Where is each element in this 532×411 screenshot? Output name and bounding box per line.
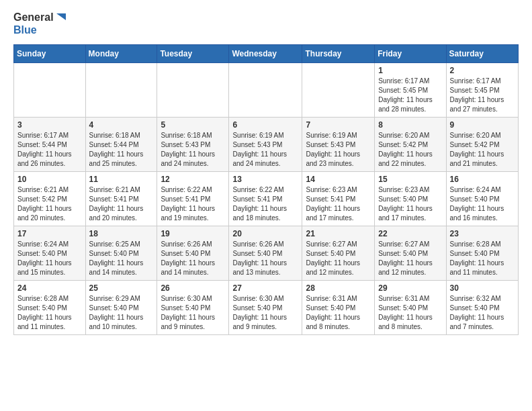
day-info: Sunrise: 6:19 AMSunset: 5:43 PMDaylight:… xyxy=(306,131,371,169)
day-number: 25 xyxy=(89,283,154,293)
day-number: 13 xyxy=(232,175,298,184)
day-cell: 2Sunrise: 6:17 AMSunset: 5:45 PMDaylight… xyxy=(446,62,518,117)
header: General Blue xyxy=(13,11,519,36)
day-info: Sunrise: 6:29 AMSunset: 5:40 PMDaylight:… xyxy=(89,294,154,332)
day-number: 14 xyxy=(306,175,371,184)
day-cell: 20Sunrise: 6:26 AMSunset: 5:40 PMDayligh… xyxy=(229,226,302,280)
day-cell: 28Sunrise: 6:31 AMSunset: 5:40 PMDayligh… xyxy=(302,280,375,334)
logo-text: General Blue xyxy=(13,11,67,36)
day-info: Sunrise: 6:30 AMSunset: 5:40 PMDaylight:… xyxy=(232,294,298,332)
logo-blue: Blue xyxy=(13,24,67,36)
day-number: 16 xyxy=(450,175,515,184)
day-info: Sunrise: 6:22 AMSunset: 5:41 PMDaylight:… xyxy=(161,185,225,223)
day-info: Sunrise: 6:31 AMSunset: 5:40 PMDaylight:… xyxy=(306,294,371,332)
day-info: Sunrise: 6:23 AMSunset: 5:41 PMDaylight:… xyxy=(306,185,371,223)
day-cell: 4Sunrise: 6:18 AMSunset: 5:44 PMDaylight… xyxy=(85,117,157,171)
day-number: 6 xyxy=(232,120,298,130)
weekday-tuesday: Tuesday xyxy=(157,44,229,62)
calendar: SundayMondayTuesdayWednesdayThursdayFrid… xyxy=(13,44,519,335)
logo: General Blue xyxy=(13,11,67,36)
week-row-3: 10Sunrise: 6:21 AMSunset: 5:42 PMDayligh… xyxy=(14,171,519,226)
day-number: 29 xyxy=(378,283,442,293)
day-number: 15 xyxy=(378,175,442,184)
day-cell: 30Sunrise: 6:32 AMSunset: 5:40 PMDayligh… xyxy=(446,280,518,334)
day-number: 26 xyxy=(161,283,225,293)
day-info: Sunrise: 6:21 AMSunset: 5:42 PMDaylight:… xyxy=(17,185,82,223)
day-info: Sunrise: 6:23 AMSunset: 5:40 PMDaylight:… xyxy=(378,185,442,223)
day-info: Sunrise: 6:22 AMSunset: 5:41 PMDaylight:… xyxy=(232,185,298,223)
day-info: Sunrise: 6:24 AMSunset: 5:40 PMDaylight:… xyxy=(450,185,515,223)
day-number: 28 xyxy=(306,283,371,293)
day-number: 30 xyxy=(450,283,515,293)
day-number: 23 xyxy=(450,229,515,238)
day-cell: 11Sunrise: 6:21 AMSunset: 5:41 PMDayligh… xyxy=(85,171,157,226)
day-info: Sunrise: 6:32 AMSunset: 5:40 PMDaylight:… xyxy=(450,294,515,332)
day-cell: 26Sunrise: 6:30 AMSunset: 5:40 PMDayligh… xyxy=(157,280,229,334)
day-number: 21 xyxy=(306,229,371,238)
day-number: 5 xyxy=(161,120,225,130)
day-number: 20 xyxy=(232,229,298,238)
day-cell: 29Sunrise: 6:31 AMSunset: 5:40 PMDayligh… xyxy=(375,280,446,334)
day-info: Sunrise: 6:26 AMSunset: 5:40 PMDaylight:… xyxy=(161,240,225,277)
day-cell xyxy=(85,62,157,117)
day-number: 19 xyxy=(161,229,225,238)
day-info: Sunrise: 6:18 AMSunset: 5:44 PMDaylight:… xyxy=(89,131,154,169)
day-info: Sunrise: 6:31 AMSunset: 5:40 PMDaylight:… xyxy=(378,294,442,332)
day-cell: 1Sunrise: 6:17 AMSunset: 5:45 PMDaylight… xyxy=(375,62,446,117)
day-number: 2 xyxy=(450,66,515,75)
day-cell: 9Sunrise: 6:20 AMSunset: 5:42 PMDaylight… xyxy=(446,117,518,171)
day-cell: 15Sunrise: 6:23 AMSunset: 5:40 PMDayligh… xyxy=(375,171,446,226)
day-cell: 3Sunrise: 6:17 AMSunset: 5:44 PMDaylight… xyxy=(14,117,86,171)
day-cell xyxy=(302,62,375,117)
weekday-thursday: Thursday xyxy=(302,44,375,62)
day-info: Sunrise: 6:24 AMSunset: 5:40 PMDaylight:… xyxy=(17,240,82,277)
day-info: Sunrise: 6:20 AMSunset: 5:42 PMDaylight:… xyxy=(450,131,515,169)
day-info: Sunrise: 6:28 AMSunset: 5:40 PMDaylight:… xyxy=(17,294,82,332)
weekday-header-row: SundayMondayTuesdayWednesdayThursdayFrid… xyxy=(14,44,519,62)
svg-marker-0 xyxy=(56,13,66,20)
day-info: Sunrise: 6:17 AMSunset: 5:45 PMDaylight:… xyxy=(450,77,515,114)
week-row-1: 1Sunrise: 6:17 AMSunset: 5:45 PMDaylight… xyxy=(14,62,519,117)
weekday-friday: Friday xyxy=(375,44,446,62)
day-cell: 6Sunrise: 6:19 AMSunset: 5:43 PMDaylight… xyxy=(229,117,302,171)
day-number: 12 xyxy=(161,175,225,184)
day-number: 22 xyxy=(378,229,442,238)
day-number: 3 xyxy=(17,120,82,130)
day-cell: 10Sunrise: 6:21 AMSunset: 5:42 PMDayligh… xyxy=(14,171,86,226)
logo-general: General xyxy=(13,11,54,24)
week-row-4: 17Sunrise: 6:24 AMSunset: 5:40 PMDayligh… xyxy=(14,226,519,280)
day-cell: 25Sunrise: 6:29 AMSunset: 5:40 PMDayligh… xyxy=(85,280,157,334)
day-number: 11 xyxy=(89,175,154,184)
day-cell: 24Sunrise: 6:28 AMSunset: 5:40 PMDayligh… xyxy=(14,280,86,334)
weekday-sunday: Sunday xyxy=(14,44,86,62)
day-info: Sunrise: 6:26 AMSunset: 5:40 PMDaylight:… xyxy=(232,240,298,277)
day-info: Sunrise: 6:30 AMSunset: 5:40 PMDaylight:… xyxy=(161,294,225,332)
day-cell: 27Sunrise: 6:30 AMSunset: 5:40 PMDayligh… xyxy=(229,280,302,334)
day-cell: 7Sunrise: 6:19 AMSunset: 5:43 PMDaylight… xyxy=(302,117,375,171)
day-cell xyxy=(14,62,86,117)
day-cell: 5Sunrise: 6:18 AMSunset: 5:43 PMDaylight… xyxy=(157,117,229,171)
weekday-wednesday: Wednesday xyxy=(229,44,302,62)
day-cell: 21Sunrise: 6:27 AMSunset: 5:40 PMDayligh… xyxy=(302,226,375,280)
day-cell: 22Sunrise: 6:27 AMSunset: 5:40 PMDayligh… xyxy=(375,226,446,280)
day-number: 8 xyxy=(378,120,442,130)
day-cell: 8Sunrise: 6:20 AMSunset: 5:42 PMDaylight… xyxy=(375,117,446,171)
day-cell: 16Sunrise: 6:24 AMSunset: 5:40 PMDayligh… xyxy=(446,171,518,226)
day-info: Sunrise: 6:27 AMSunset: 5:40 PMDaylight:… xyxy=(306,240,371,277)
day-number: 9 xyxy=(450,120,515,130)
day-cell xyxy=(229,62,302,117)
weekday-monday: Monday xyxy=(85,44,157,62)
day-info: Sunrise: 6:21 AMSunset: 5:41 PMDaylight:… xyxy=(89,185,154,223)
day-number: 10 xyxy=(17,175,82,184)
day-info: Sunrise: 6:19 AMSunset: 5:43 PMDaylight:… xyxy=(232,131,298,169)
weekday-saturday: Saturday xyxy=(446,44,518,62)
day-info: Sunrise: 6:25 AMSunset: 5:40 PMDaylight:… xyxy=(89,240,154,277)
day-number: 7 xyxy=(306,120,371,130)
page: General Blue SundayMondayTuesdayWednesda… xyxy=(0,0,532,346)
day-info: Sunrise: 6:17 AMSunset: 5:44 PMDaylight:… xyxy=(17,131,82,169)
day-cell: 14Sunrise: 6:23 AMSunset: 5:41 PMDayligh… xyxy=(302,171,375,226)
day-number: 17 xyxy=(17,229,82,238)
day-info: Sunrise: 6:20 AMSunset: 5:42 PMDaylight:… xyxy=(378,131,442,169)
day-cell: 19Sunrise: 6:26 AMSunset: 5:40 PMDayligh… xyxy=(157,226,229,280)
day-number: 1 xyxy=(378,66,442,75)
